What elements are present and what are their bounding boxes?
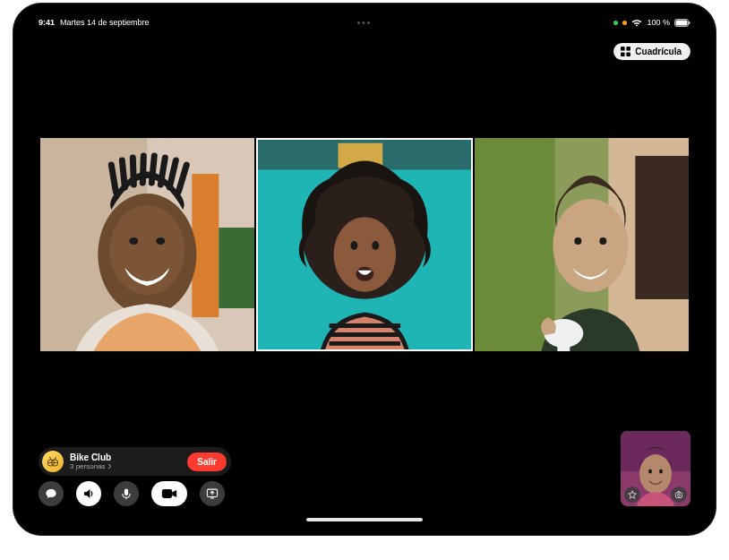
participant-tile[interactable] (40, 138, 254, 351)
grid-icon (621, 47, 630, 56)
speaker-button[interactable] (76, 481, 101, 506)
call-controls-panel: Bike Club 3 personas Salir (39, 447, 231, 506)
multitasking-dots-icon[interactable]: ••• (357, 18, 373, 28)
svg-point-43 (648, 470, 652, 474)
screen: 9:41 Martes 14 de septiembre 100 % ••• (22, 13, 707, 526)
grid-toggle-label: Cuadrícula (635, 47, 682, 56)
camera-button[interactable] (151, 481, 187, 506)
svg-point-13 (129, 237, 138, 245)
svg-point-22 (372, 241, 379, 250)
svg-rect-27 (636, 156, 689, 299)
svg-point-42 (639, 454, 672, 494)
camera-indicator-dot-icon (613, 21, 618, 25)
participant-tile[interactable] (256, 138, 474, 351)
mic-indicator-dot-icon (622, 21, 627, 25)
svg-point-30 (600, 237, 607, 245)
status-date: Martes 14 de septiembre (60, 18, 150, 27)
call-text-block: Bike Club 3 personas (70, 453, 181, 470)
flip-camera-button[interactable] (671, 487, 687, 503)
svg-rect-32 (558, 333, 570, 351)
wifi-icon (631, 19, 642, 27)
video-grid (40, 138, 689, 351)
svg-rect-6 (627, 52, 631, 56)
svg-rect-3 (621, 47, 625, 51)
svg-rect-4 (627, 47, 631, 51)
messages-button[interactable] (39, 481, 64, 506)
call-subtitle: 3 personas (70, 463, 181, 470)
svg-point-14 (156, 237, 165, 245)
share-screen-button[interactable] (200, 481, 225, 506)
battery-percentage: 100 % (647, 18, 670, 27)
battery-icon (674, 19, 690, 27)
call-avatar (42, 451, 64, 472)
svg-rect-35 (124, 488, 128, 495)
svg-point-29 (575, 237, 582, 245)
svg-rect-9 (192, 174, 219, 317)
grid-view-toggle[interactable]: Cuadrícula (613, 43, 690, 60)
home-indicator[interactable] (306, 518, 423, 521)
call-name: Bike Club (70, 453, 181, 462)
effects-button[interactable] (624, 487, 640, 503)
svg-rect-25 (475, 138, 554, 351)
status-left: 9:41 Martes 14 de septiembre (39, 18, 150, 27)
mute-button[interactable] (114, 481, 139, 506)
leave-call-button[interactable]: Salir (187, 452, 227, 471)
status-time: 9:41 (39, 18, 55, 27)
svg-rect-5 (621, 52, 625, 56)
self-view-pip[interactable] (621, 431, 690, 506)
participant-tile[interactable] (475, 138, 689, 351)
chevron-right-icon (107, 463, 112, 470)
svg-rect-10 (219, 228, 253, 308)
tablet-device-frame: 9:41 Martes 14 de septiembre 100 % ••• (13, 3, 716, 536)
svg-point-44 (659, 470, 663, 474)
status-right: 100 % (613, 18, 690, 27)
svg-rect-37 (162, 489, 172, 498)
svg-rect-1 (676, 20, 688, 25)
svg-rect-45 (675, 493, 682, 498)
svg-point-21 (350, 241, 357, 250)
svg-point-46 (678, 494, 681, 496)
call-info-row[interactable]: Bike Club 3 personas Salir (39, 447, 231, 476)
control-buttons-row (39, 481, 231, 506)
svg-rect-2 (689, 22, 690, 24)
